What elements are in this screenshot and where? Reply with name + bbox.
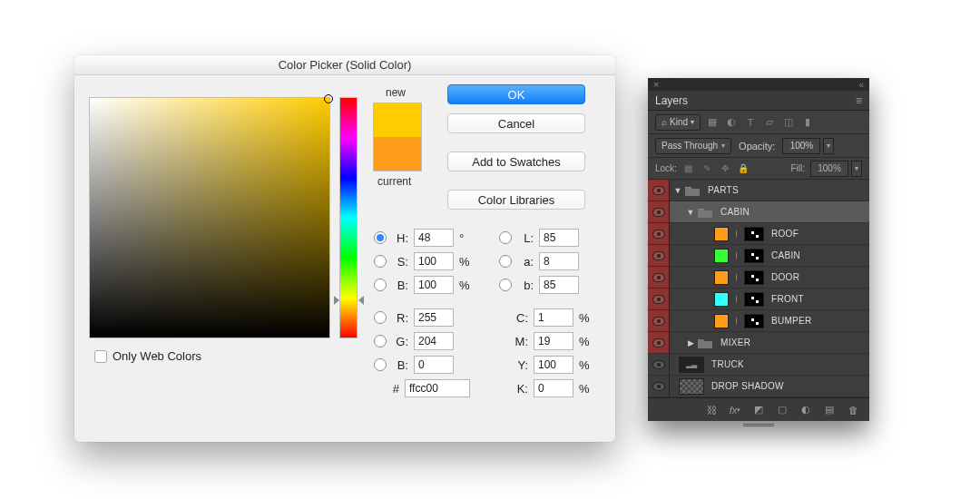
link-icon[interactable]: ⁞ bbox=[731, 272, 740, 282]
current-color-swatch[interactable] bbox=[374, 137, 421, 171]
k-input[interactable]: 0 bbox=[534, 379, 573, 397]
new-layer-icon[interactable]: ▤ bbox=[822, 403, 837, 417]
layer-door[interactable]: ⁞ DOOR bbox=[648, 267, 869, 289]
visibility-icon[interactable] bbox=[652, 208, 665, 217]
lock-all-icon[interactable]: 🔒 bbox=[737, 162, 750, 175]
visibility-icon[interactable] bbox=[652, 273, 665, 282]
mask-thumbnail[interactable] bbox=[744, 270, 764, 285]
panel-menu-icon[interactable]: ≡ bbox=[856, 94, 862, 107]
link-icon[interactable]: ⁞ bbox=[731, 229, 740, 239]
add-to-swatches-button[interactable]: Add to Swatches bbox=[447, 152, 585, 171]
ok-button[interactable]: OK bbox=[447, 84, 585, 104]
mode-b2-radio[interactable] bbox=[374, 358, 387, 371]
g-input[interactable]: 204 bbox=[414, 332, 454, 350]
filter-adjust-icon[interactable]: ◐ bbox=[724, 115, 739, 130]
fill-swatch[interactable] bbox=[714, 227, 729, 241]
filter-type-icon[interactable]: T bbox=[743, 115, 758, 130]
layer-roof[interactable]: ⁞ ROOF bbox=[648, 223, 869, 245]
blend-mode-select[interactable]: Pass Through ▾ bbox=[655, 138, 731, 154]
fill-slider-toggle[interactable]: ▾ bbox=[851, 161, 862, 177]
visibility-icon[interactable] bbox=[652, 360, 665, 369]
layer-filter-kind-select[interactable]: ⌕ Kind ▾ bbox=[655, 114, 701, 131]
opacity-slider-toggle[interactable]: ▾ bbox=[823, 138, 834, 154]
close-panel-icon[interactable]: × bbox=[653, 79, 659, 90]
layer-front[interactable]: ⁞ FRONT bbox=[648, 289, 869, 310]
new-adjustment-icon[interactable]: ◐ bbox=[799, 403, 813, 417]
only-web-colors-checkbox[interactable] bbox=[94, 350, 107, 363]
link-icon[interactable]: ⁞ bbox=[731, 316, 740, 326]
filter-shape-icon[interactable]: ▱ bbox=[762, 115, 777, 130]
visibility-icon[interactable] bbox=[652, 295, 665, 304]
filter-toggle-icon[interactable]: ▮ bbox=[800, 115, 815, 130]
new-group-icon[interactable]: ▢ bbox=[775, 403, 789, 417]
delete-layer-icon[interactable]: 🗑 bbox=[846, 403, 860, 417]
layers-tab[interactable]: Layers bbox=[655, 94, 688, 107]
layer-fx-icon[interactable]: fx▾ bbox=[728, 403, 742, 417]
resize-grip[interactable] bbox=[648, 421, 869, 428]
layer-truck[interactable]: ▂▃ TRUCK bbox=[648, 354, 869, 376]
mode-l-radio[interactable] bbox=[499, 231, 512, 244]
filter-pixel-icon[interactable]: ▦ bbox=[705, 115, 720, 130]
layer-cabin[interactable]: ⁞ CABIN bbox=[648, 245, 869, 267]
color-field[interactable] bbox=[89, 97, 330, 338]
fill-input[interactable]: 100% bbox=[810, 161, 848, 177]
lock-position-icon[interactable]: ✥ bbox=[719, 162, 731, 175]
mode-b-radio[interactable] bbox=[374, 279, 387, 291]
hue-slider-handle[interactable] bbox=[334, 296, 339, 305]
color-field-cursor[interactable] bbox=[324, 94, 333, 103]
visibility-icon[interactable] bbox=[652, 186, 665, 195]
link-icon[interactable]: ⁞ bbox=[731, 294, 740, 304]
lock-transparency-icon[interactable]: ▦ bbox=[682, 162, 695, 175]
r-input[interactable]: 255 bbox=[414, 308, 454, 327]
fill-swatch[interactable] bbox=[714, 292, 729, 307]
mode-g-radio[interactable] bbox=[374, 335, 387, 347]
l-input[interactable]: 85 bbox=[539, 229, 579, 247]
mode-lb-radio[interactable] bbox=[499, 279, 512, 291]
layer-bumper[interactable]: ⁞ BUMPER bbox=[648, 310, 869, 332]
link-layers-icon[interactable]: ⛓ bbox=[704, 403, 719, 417]
hex-input[interactable]: ffcc00 bbox=[405, 379, 470, 397]
disclosure-triangle-icon[interactable]: ▼ bbox=[673, 186, 682, 195]
mode-r-radio[interactable] bbox=[374, 311, 387, 324]
mode-s-radio[interactable] bbox=[374, 255, 387, 268]
layer-drop-shadow[interactable]: DROP SHADOW bbox=[648, 376, 869, 397]
mask-thumbnail[interactable] bbox=[744, 249, 764, 263]
link-icon[interactable]: ⁞ bbox=[731, 250, 740, 260]
hue-slider-handle[interactable] bbox=[358, 296, 364, 305]
mode-a-radio[interactable] bbox=[499, 255, 512, 268]
hue-slider[interactable] bbox=[339, 97, 358, 338]
mask-thumbnail[interactable] bbox=[744, 227, 764, 241]
m-input[interactable]: 19 bbox=[534, 332, 573, 350]
a-input[interactable]: 8 bbox=[539, 252, 579, 270]
layer-thumbnail[interactable] bbox=[679, 378, 704, 395]
b-input[interactable]: 100 bbox=[414, 276, 454, 294]
h-input[interactable]: 48 bbox=[414, 229, 454, 247]
opacity-input[interactable]: 100% bbox=[782, 138, 820, 154]
y-input[interactable]: 100 bbox=[534, 356, 573, 374]
b2-input[interactable]: 0 bbox=[414, 356, 454, 374]
c-input[interactable]: 1 bbox=[534, 308, 573, 327]
visibility-icon[interactable] bbox=[652, 230, 665, 239]
lb-input[interactable]: 85 bbox=[539, 276, 579, 294]
layer-thumbnail[interactable]: ▂▃ bbox=[679, 357, 704, 373]
visibility-icon[interactable] bbox=[652, 382, 665, 391]
filter-smart-icon[interactable]: ◫ bbox=[781, 115, 796, 130]
fill-swatch[interactable] bbox=[714, 249, 729, 263]
fill-swatch[interactable] bbox=[714, 270, 729, 285]
lock-pixels-icon[interactable]: ✎ bbox=[701, 162, 713, 175]
cancel-button[interactable]: Cancel bbox=[447, 113, 585, 133]
visibility-icon[interactable] bbox=[652, 317, 665, 326]
layer-group-cabin[interactable]: ▼ CABIN bbox=[648, 201, 869, 223]
fill-swatch[interactable] bbox=[714, 314, 729, 328]
mode-h-radio[interactable] bbox=[374, 231, 387, 244]
color-libraries-button[interactable]: Color Libraries bbox=[447, 190, 585, 210]
layer-group-mixer[interactable]: ▶ MIXER bbox=[648, 332, 869, 354]
collapse-panel-icon[interactable]: « bbox=[858, 80, 864, 90]
visibility-icon[interactable] bbox=[652, 251, 665, 260]
disclosure-triangle-icon[interactable]: ▼ bbox=[686, 208, 695, 217]
visibility-icon[interactable] bbox=[652, 338, 665, 347]
mask-thumbnail[interactable] bbox=[744, 314, 764, 328]
add-mask-icon[interactable]: ◩ bbox=[751, 403, 766, 417]
mask-thumbnail[interactable] bbox=[744, 292, 764, 307]
s-input[interactable]: 100 bbox=[414, 252, 454, 270]
